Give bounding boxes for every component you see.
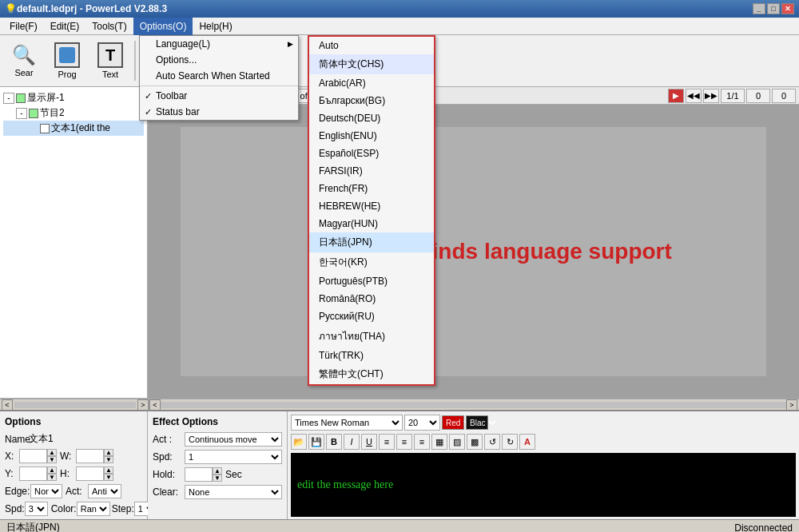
lang-fa[interactable]: FARSI(IR) (309, 162, 434, 180)
tree-checkbox-text1[interactable] (40, 124, 50, 133)
lang-ko[interactable]: 한국어(KR) (309, 252, 434, 272)
lang-ro[interactable]: Română(RO) (309, 290, 434, 308)
scroll-right-btn[interactable]: > (137, 399, 149, 411)
options-y-dn[interactable]: ▼ (47, 474, 57, 481)
canvas-play-btn[interactable]: ▶ (668, 89, 684, 103)
tree-item-text1[interactable]: 文本1(edit the (3, 121, 144, 136)
menu-toolbar[interactable]: Toolbar (140, 88, 298, 104)
effect-clear-select[interactable]: None (185, 485, 282, 499)
canvas-scroll-right[interactable]: > (786, 399, 797, 411)
lang-ru[interactable]: Русский(RU) (309, 308, 434, 325)
canvas-back-btn[interactable]: ◀◀ (686, 89, 702, 103)
tree-item-node2[interactable]: - 节目2 (3, 105, 144, 121)
options-y-input[interactable]: 16 (19, 466, 47, 481)
options-spd-select[interactable]: 3 (25, 502, 48, 516)
lang-en[interactable]: English(ENU) (309, 127, 434, 145)
format-col1[interactable]: ▦ (431, 434, 447, 450)
close-button[interactable]: ✕ (781, 3, 794, 14)
lang-es[interactable]: Español(ESP) (309, 145, 434, 162)
lang-auto[interactable]: Auto (309, 37, 434, 54)
color2-swatch[interactable]: Blac (466, 415, 488, 430)
options-h-dn[interactable]: ▼ (104, 474, 113, 481)
menu-edit[interactable]: Edit(E) (44, 18, 86, 35)
text-button[interactable]: T Text (89, 38, 131, 84)
menu-language[interactable]: Language(L) (140, 36, 298, 52)
canvas-scroll-track[interactable] (161, 402, 786, 408)
lang-chs[interactable]: 简体中文(CHS) (309, 54, 434, 74)
options-y-spin[interactable]: 16 ▲ ▼ (19, 466, 57, 481)
format-color[interactable]: A (519, 434, 535, 450)
format-align-center[interactable]: ≡ (396, 434, 412, 450)
options-x-input[interactable]: 0 (19, 449, 47, 463)
tree-item-display1[interactable]: - 显示屏-1 (3, 90, 144, 105)
effect-hold-spin[interactable]: 1 ▲ ▼ (185, 467, 222, 482)
options-x-dn[interactable]: ▼ (47, 456, 57, 463)
lang-pt[interactable]: Português(PTB) (309, 272, 434, 290)
format-save[interactable]: 💾 (308, 434, 324, 450)
size-select[interactable]: 20 (404, 415, 440, 431)
menu-auto-search[interactable]: Auto Search When Started (140, 68, 298, 84)
options-h-up[interactable]: ▲ (104, 466, 113, 474)
options-w-spin[interactable]: 160 ▲ ▼ (76, 449, 113, 463)
format-col2[interactable]: ▨ (449, 434, 465, 450)
lang-fr[interactable]: French(FR) (309, 180, 434, 197)
effect-act-select[interactable]: Continuous move (185, 432, 282, 447)
menu-tools[interactable]: Tools(T) (85, 18, 133, 35)
options-y-up[interactable]: ▲ (47, 466, 57, 474)
options-w-input[interactable]: 160 (76, 449, 104, 463)
lang-tr[interactable]: Türk(TRK) (309, 347, 434, 364)
tree-checkbox-node2[interactable] (29, 109, 38, 118)
canvas-scroll-left[interactable]: < (149, 399, 161, 411)
menu-file[interactable]: File(F) (3, 18, 44, 35)
format-redo[interactable]: ↻ (502, 434, 518, 450)
format-open[interactable]: 📂 (291, 434, 307, 450)
canvas-content[interactable]: 18 kinds language support (148, 105, 799, 399)
color2-select[interactable]: Blac (467, 418, 499, 428)
format-align-right[interactable]: ≡ (414, 434, 430, 450)
options-x-spin[interactable]: 0 ▲ ▼ (19, 449, 57, 463)
scroll-left-btn[interactable]: < (2, 399, 13, 411)
menu-options-item[interactable]: Options... (140, 52, 298, 68)
menu-help[interactable]: Help(H) (193, 18, 238, 35)
search-button[interactable]: 🔍 Sear (3, 38, 45, 84)
menu-statusbar[interactable]: Status bar (140, 104, 298, 120)
lang-he[interactable]: HEBREW(HE) (309, 197, 434, 215)
options-edge-select[interactable]: Non (30, 484, 62, 498)
canvas-fwd-btn[interactable]: ▶▶ (703, 89, 719, 103)
tree-expand-display1[interactable]: - (3, 93, 14, 104)
lang-cht[interactable]: 繁體中文(CHT) (309, 364, 434, 384)
text-edit-content[interactable]: edit the message here (297, 478, 393, 491)
options-w-up[interactable]: ▲ (104, 449, 113, 456)
format-italic[interactable]: I (344, 434, 360, 450)
format-bold[interactable]: B (326, 434, 342, 450)
effect-hold-dn[interactable]: ▼ (213, 474, 222, 482)
options-h-spin[interactable]: 8 ▲ ▼ (76, 466, 113, 481)
options-x-up[interactable]: ▲ (47, 449, 57, 456)
options-color-select[interactable]: Ran (77, 502, 110, 516)
lang-de[interactable]: Deutsch(DEU) (309, 109, 434, 127)
color1-swatch[interactable]: Red (442, 415, 464, 430)
lang-bg[interactable]: Български(BG) (309, 92, 434, 109)
options-act-select[interactable]: Anti (88, 484, 121, 498)
lang-th[interactable]: ภาษาไทย(THA) (309, 325, 434, 347)
tree-checkbox-display1[interactable] (16, 93, 26, 103)
prog-button[interactable]: Prog (46, 38, 88, 84)
format-underline[interactable]: U (361, 434, 377, 450)
format-align-left[interactable]: ≡ (379, 434, 395, 450)
scroll-track[interactable] (14, 402, 136, 408)
options-h-input[interactable]: 8 (76, 466, 104, 481)
lang-ar[interactable]: Arabic(AR) (309, 74, 434, 92)
effect-hold-up[interactable]: ▲ (213, 467, 222, 474)
lang-ja[interactable]: 日本語(JPN) (309, 232, 434, 252)
effect-hold-input[interactable]: 1 (185, 467, 213, 482)
minimize-button[interactable]: _ (753, 3, 765, 14)
format-refresh[interactable]: ↺ (484, 434, 500, 450)
effect-spd-select[interactable]: 1 (185, 450, 282, 464)
format-col3[interactable]: ▩ (467, 434, 483, 450)
options-w-dn[interactable]: ▼ (104, 456, 113, 463)
tree-expand-node2[interactable]: - (16, 108, 27, 119)
restore-button[interactable]: □ (767, 3, 780, 14)
menu-options[interactable]: Options(O) (133, 18, 193, 35)
font-select[interactable]: Times New Roman (291, 415, 403, 431)
text-canvas[interactable]: edit the message here (291, 453, 796, 517)
